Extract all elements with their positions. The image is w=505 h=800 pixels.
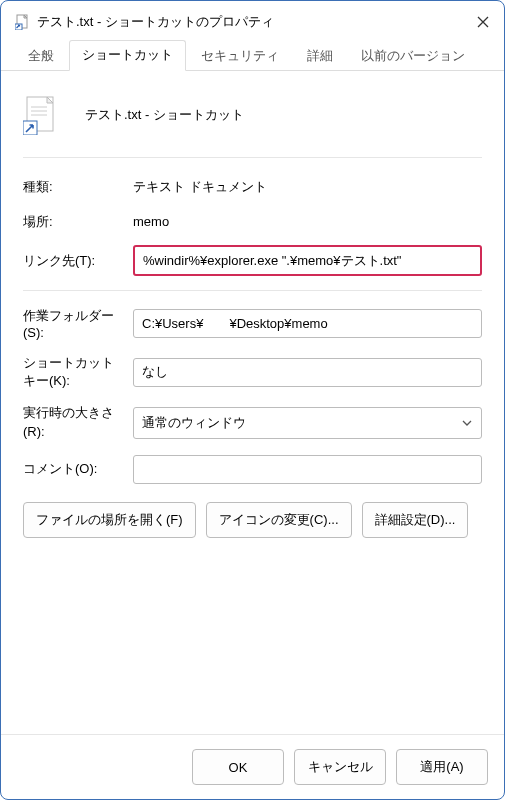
ok-button[interactable]: OK bbox=[192, 749, 284, 785]
chevron-down-icon bbox=[461, 417, 473, 429]
titlebar-left: テスト.txt - ショートカットのプロパティ bbox=[15, 13, 274, 31]
row-run: 実行時の大きさ(R): 通常のウィンドウ bbox=[23, 404, 482, 440]
advanced-button[interactable]: 詳細設定(D)... bbox=[362, 502, 469, 538]
comment-input[interactable] bbox=[133, 455, 482, 484]
target-input[interactable] bbox=[133, 245, 482, 276]
file-shortcut-icon-large bbox=[23, 95, 59, 135]
header-filename: テスト.txt - ショートカット bbox=[85, 106, 244, 124]
label-comment: コメント(O): bbox=[23, 460, 123, 478]
value-location: memo bbox=[133, 212, 482, 231]
divider bbox=[23, 290, 482, 291]
open-file-location-button[interactable]: ファイルの場所を開く(F) bbox=[23, 502, 196, 538]
label-run: 実行時の大きさ(R): bbox=[23, 404, 123, 440]
content-panel: テスト.txt - ショートカット 種類: テキスト ドキュメント 場所: me… bbox=[1, 71, 504, 548]
row-comment: コメント(O): bbox=[23, 455, 482, 484]
run-select[interactable]: 通常のウィンドウ bbox=[133, 407, 482, 439]
footer: OK キャンセル 適用(A) bbox=[1, 734, 504, 799]
row-shortcutkey: ショートカット キー(K): bbox=[23, 354, 482, 390]
file-shortcut-icon bbox=[15, 14, 31, 30]
tab-row: 全般 ショートカット セキュリティ 詳細 以前のバージョン bbox=[1, 41, 504, 71]
label-type: 種類: bbox=[23, 178, 123, 196]
label-location: 場所: bbox=[23, 213, 123, 231]
row-startin: 作業フォルダー(S): bbox=[23, 307, 482, 340]
tab-previous[interactable]: 以前のバージョン bbox=[348, 41, 478, 71]
tab-shortcut[interactable]: ショートカット bbox=[69, 40, 186, 71]
tab-details[interactable]: 詳細 bbox=[294, 41, 346, 71]
cancel-button[interactable]: キャンセル bbox=[294, 749, 386, 785]
window-title: テスト.txt - ショートカットのプロパティ bbox=[37, 13, 274, 31]
startin-input[interactable] bbox=[133, 309, 482, 338]
change-icon-button[interactable]: アイコンの変更(C)... bbox=[206, 502, 352, 538]
tab-general[interactable]: 全般 bbox=[15, 41, 67, 71]
tab-security[interactable]: セキュリティ bbox=[188, 41, 292, 71]
row-type: 種類: テキスト ドキュメント bbox=[23, 176, 482, 198]
close-icon[interactable] bbox=[476, 15, 490, 29]
titlebar: テスト.txt - ショートカットのプロパティ bbox=[1, 1, 504, 41]
header-row: テスト.txt - ショートカット bbox=[23, 95, 482, 158]
label-target: リンク先(T): bbox=[23, 252, 123, 270]
run-select-value: 通常のウィンドウ bbox=[142, 414, 246, 432]
row-target: リンク先(T): bbox=[23, 245, 482, 276]
shortcutkey-input[interactable] bbox=[133, 358, 482, 387]
row-location: 場所: memo bbox=[23, 212, 482, 231]
label-startin: 作業フォルダー(S): bbox=[23, 307, 123, 340]
label-shortcutkey: ショートカット キー(K): bbox=[23, 354, 123, 390]
apply-button[interactable]: 適用(A) bbox=[396, 749, 488, 785]
value-type: テキスト ドキュメント bbox=[133, 176, 482, 198]
action-button-row: ファイルの場所を開く(F) アイコンの変更(C)... 詳細設定(D)... bbox=[23, 502, 482, 538]
